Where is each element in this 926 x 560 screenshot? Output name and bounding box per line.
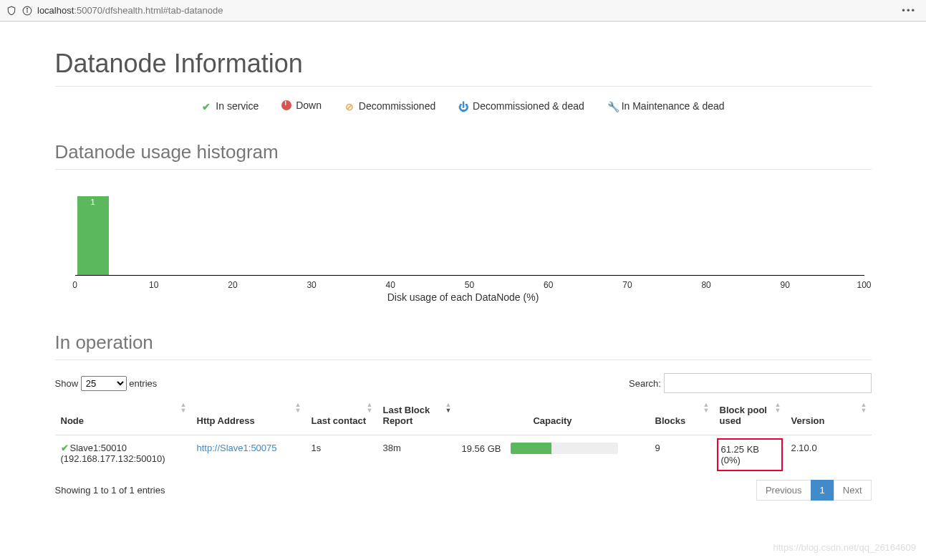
legend-decom-dead: ⏻Decommissioned & dead xyxy=(458,100,584,112)
chart-tick: 70 xyxy=(622,280,632,290)
chart-x-axis xyxy=(75,275,864,276)
chart-tick: 100 xyxy=(857,280,871,290)
bpu-highlight: 61.25 KB (0%) xyxy=(717,438,783,471)
cell-http: http://Slave1:50075 xyxy=(191,435,306,475)
bpu-pct: (0%) xyxy=(721,455,741,465)
check-icon: ✔ xyxy=(61,443,69,453)
table-row: ✔Slave1:50010 (192.168.177.132:50010) ht… xyxy=(55,435,872,475)
sort-icon xyxy=(180,402,187,413)
menu-dots-icon[interactable]: ••• xyxy=(897,5,920,16)
legend-label: Decommissioned & dead xyxy=(473,100,584,112)
chart-x-label: Disk usage of each DataNode (%) xyxy=(55,291,872,303)
col-last-contact[interactable]: Last contact xyxy=(306,397,377,435)
wrench-icon: 🔧 xyxy=(607,101,617,111)
cell-blocks: 9 xyxy=(650,435,714,475)
cell-version: 2.10.0 xyxy=(786,435,872,475)
sort-icon xyxy=(445,402,452,413)
shield-icon xyxy=(6,5,17,16)
legend-label: In service xyxy=(216,100,259,112)
capacity-bar xyxy=(511,443,618,454)
chart-tick: 30 xyxy=(307,280,316,290)
datanode-table: Node Http Address Last contact Last Bloc… xyxy=(55,397,872,474)
sort-icon xyxy=(861,402,867,413)
length-select[interactable]: 25 xyxy=(81,376,127,391)
pager-prev[interactable]: Previous xyxy=(756,480,811,501)
legend-label: Down xyxy=(296,100,322,111)
chart-tick: 20 xyxy=(228,280,237,290)
sort-icon xyxy=(775,402,781,413)
search-input[interactable] xyxy=(664,373,872,393)
cell-last-block: 38m xyxy=(377,435,456,475)
col-version[interactable]: Version xyxy=(786,397,872,435)
url-text[interactable]: localhost:50070/dfshealth.html#tab-datan… xyxy=(37,5,897,16)
capacity-text: 19.56 GB xyxy=(462,443,501,454)
cell-node: ✔Slave1:50010 (192.168.177.132:50010) xyxy=(55,435,191,475)
info-icon[interactable] xyxy=(21,5,33,16)
cell-last-contact: 1s xyxy=(306,435,377,475)
search-label: Search: xyxy=(629,378,661,389)
url-path: :50070/dfshealth.html#tab-datanode xyxy=(74,5,223,16)
http-link[interactable]: http://Slave1:50075 xyxy=(197,443,277,453)
chart-tick: 60 xyxy=(544,280,553,290)
sort-icon xyxy=(703,402,710,413)
col-blocks[interactable]: Blocks xyxy=(650,397,714,435)
page-title: Datanode Information xyxy=(55,49,872,79)
search-control: Search: xyxy=(629,373,871,393)
node-sub: (192.168.177.132:50010) xyxy=(61,453,165,464)
divider xyxy=(55,359,872,360)
sort-icon xyxy=(295,402,302,413)
chart-tick: 90 xyxy=(781,280,790,290)
col-bpu[interactable]: Block pool used xyxy=(714,397,786,435)
table-info: Showing 1 to 1 of 1 entries xyxy=(55,485,165,496)
histogram-chart: 1 0102030405060708090100 xyxy=(55,183,872,290)
col-last-block[interactable]: Last Block Report xyxy=(377,397,456,435)
legend-maint-dead: 🔧In Maintenance & dead xyxy=(607,100,725,112)
node-name: Slave1:50010 xyxy=(70,443,127,453)
status-legend: ✔In service Down ⊘Decommissioned ⏻Decomm… xyxy=(55,100,872,112)
sort-icon xyxy=(367,402,373,413)
col-node[interactable]: Node xyxy=(55,397,191,435)
pager-page-1[interactable]: 1 xyxy=(811,480,834,501)
capacity-fill xyxy=(511,443,551,454)
pager: Previous 1 Next xyxy=(757,480,872,501)
length-label-post: entries xyxy=(129,378,157,389)
chart-tick: 80 xyxy=(701,280,710,290)
histogram-heading: Datanode usage histogram xyxy=(55,141,872,163)
legend-label: In Maintenance & dead xyxy=(622,100,725,112)
chart-tick: 10 xyxy=(149,280,158,290)
col-http[interactable]: Http Address xyxy=(191,397,306,435)
legend-decommissioned: ⊘Decommissioned xyxy=(344,100,435,112)
cell-capacity: 19.56 GB xyxy=(456,435,650,475)
chart-tick: 40 xyxy=(386,280,395,290)
col-capacity[interactable]: Capacity xyxy=(456,397,650,435)
bar-value: 1 xyxy=(77,196,109,206)
slash-icon: ⊘ xyxy=(344,101,355,111)
browser-address-bar: localhost:50070/dfshealth.html#tab-datan… xyxy=(0,0,926,21)
cell-bpu: 61.25 KB (0%) xyxy=(714,435,786,475)
divider xyxy=(55,86,872,87)
pager-next[interactable]: Next xyxy=(834,480,872,501)
length-control: Show 25 entries xyxy=(55,376,158,391)
check-icon: ✔ xyxy=(201,101,211,111)
legend-in-service: ✔In service xyxy=(201,100,259,112)
bpu-size: 61.25 KB xyxy=(721,444,760,455)
operation-heading: In operation xyxy=(55,332,872,354)
power-icon: ⏻ xyxy=(458,101,468,111)
histogram-bar: 1 xyxy=(77,196,109,275)
legend-down: Down xyxy=(281,100,322,111)
svg-point-2 xyxy=(26,8,27,9)
length-label-pre: Show xyxy=(55,378,79,389)
url-host: localhost xyxy=(37,5,74,16)
legend-label: Decommissioned xyxy=(359,100,435,112)
chart-tick: 0 xyxy=(72,280,77,290)
chart-tick: 50 xyxy=(465,280,474,290)
divider xyxy=(55,169,872,170)
down-icon xyxy=(281,100,291,110)
